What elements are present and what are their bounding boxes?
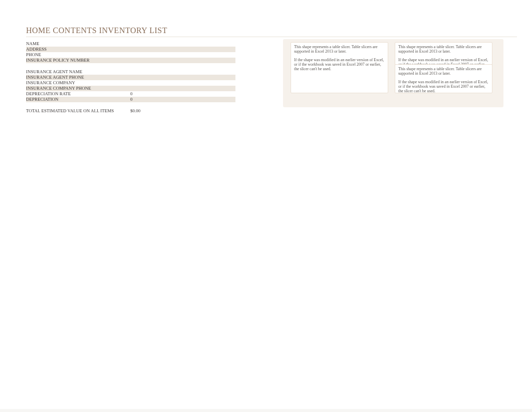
slicer-text: This shape represents a table slicer. Ta… — [398, 45, 489, 54]
table-row: INSURANCE AGENT PHONE — [26, 75, 235, 80]
row-label: INSURANCE COMPANY PHONE — [26, 86, 130, 91]
table-row: INSURANCE POLICY NUMBER — [26, 58, 235, 63]
row-label: INSURANCE AGENT PHONE — [26, 75, 130, 80]
slicer-text: This shape represents a table slicer. Ta… — [398, 67, 489, 76]
table-row: NAME — [26, 41, 235, 47]
table-row: INSURANCE AGENT NAME — [26, 69, 235, 75]
row-label: ADDRESS — [26, 47, 130, 52]
page: HOME CONTENTS INVENTORY LIST NAME ADDRES… — [0, 0, 532, 412]
row-value: 0 — [130, 91, 235, 97]
footer-strip — [0, 409, 532, 412]
title-underline — [26, 37, 517, 37]
table-row: TOTAL ESTIMATED VALUE ON ALL ITEMS $0.00 — [26, 108, 235, 114]
slicer-text: If the shape was modified in an earlier … — [294, 58, 385, 71]
slicer-text: This shape represents a table slicer. Ta… — [294, 45, 385, 54]
table-row: ADDRESS — [26, 47, 235, 52]
row-label: INSURANCE POLICY NUMBER — [26, 58, 130, 63]
page-title: HOME CONTENTS INVENTORY LIST — [26, 26, 167, 35]
table-row: INSURANCE COMPANY PHONE — [26, 86, 235, 91]
row-label: PHONE — [26, 52, 130, 58]
row-gap — [26, 102, 235, 108]
row-label: TOTAL ESTIMATED VALUE ON ALL ITEMS — [26, 108, 130, 114]
row-label: INSURANCE COMPANY — [26, 80, 130, 86]
row-label: DEPRECIATION — [26, 97, 130, 102]
row-value: 0 — [130, 97, 235, 102]
row-label: INSURANCE AGENT NAME — [26, 69, 130, 75]
info-table: NAME ADDRESS PHONE INSURANCE POLICY NUMB… — [26, 41, 235, 114]
table-row: DEPRECIATION RATE 0 — [26, 91, 235, 97]
table-row: PHONE — [26, 52, 235, 58]
table-row: INSURANCE COMPANY — [26, 80, 235, 86]
row-label: NAME — [26, 41, 130, 47]
table-row: DEPRECIATION 0 — [26, 97, 235, 102]
table-slicer-placeholder: This shape represents a table slicer. Ta… — [395, 64, 492, 93]
table-slicer-placeholder: This shape represents a table slicer. Ta… — [291, 42, 388, 93]
slicer-text: If the shape was modified in an earlier … — [398, 80, 489, 93]
row-gap — [26, 63, 235, 69]
row-label: DEPRECIATION RATE — [26, 91, 130, 97]
row-value: $0.00 — [130, 108, 235, 114]
slicer-area: This shape represents a table slicer. Ta… — [286, 39, 501, 104]
